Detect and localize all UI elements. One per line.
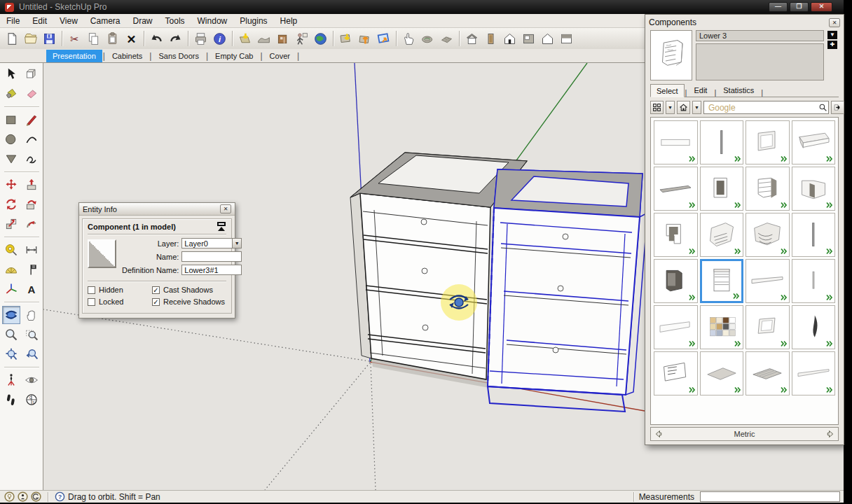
- component-description-box[interactable]: [696, 43, 824, 80]
- upload-model-button[interactable]: [355, 29, 374, 48]
- material-swatch[interactable]: [88, 239, 116, 268]
- get-current-view-button[interactable]: [336, 29, 355, 48]
- zoom-extents-tool[interactable]: [2, 345, 20, 363]
- photo-textures-button[interactable]: [273, 29, 292, 48]
- circle-tool[interactable]: [2, 130, 20, 148]
- polygon-tool[interactable]: [2, 150, 20, 168]
- share-model-button[interactable]: [374, 29, 393, 48]
- view-front-button[interactable]: [500, 29, 519, 48]
- scene-tab-empty-cab[interactable]: Empty Cab: [209, 50, 259, 62]
- model-info-button[interactable]: i: [210, 29, 229, 48]
- tape-measure-tool[interactable]: [2, 241, 20, 259]
- component-item-11[interactable]: [746, 213, 790, 257]
- component-item-7[interactable]: [746, 167, 790, 211]
- look-around-tool[interactable]: [22, 371, 41, 389]
- offset-tool[interactable]: [22, 215, 41, 233]
- 3d-text-tool[interactable]: A: [22, 280, 41, 298]
- menu-view[interactable]: View: [53, 15, 84, 27]
- cabinet-right-selected[interactable]: [488, 169, 647, 412]
- component-item-5[interactable]: [654, 167, 698, 211]
- definition-name-field[interactable]: Lower3#1: [181, 265, 242, 275]
- zoom-window-tool[interactable]: [22, 326, 41, 344]
- component-item-14-selected[interactable]: [700, 259, 744, 303]
- navigate-forward-button[interactable]: [831, 101, 844, 114]
- view-left-button[interactable]: [557, 29, 576, 48]
- checkbox-icon[interactable]: [88, 298, 95, 306]
- position-camera-tool[interactable]: [2, 371, 20, 389]
- menu-draw[interactable]: Draw: [127, 15, 159, 27]
- component-item-17[interactable]: [654, 305, 698, 349]
- view-options-button[interactable]: [650, 101, 664, 114]
- entity-info-close-icon[interactable]: ✕: [220, 204, 231, 214]
- rotate-tool[interactable]: [2, 195, 20, 214]
- scale-tool[interactable]: [2, 215, 20, 233]
- home-button[interactable]: [677, 101, 690, 114]
- dimension-tool[interactable]: [22, 241, 41, 259]
- pan-tool[interactable]: [22, 306, 41, 324]
- copy-button[interactable]: [84, 29, 103, 48]
- follow-me-tool[interactable]: [22, 195, 41, 214]
- toggle-terrain-button[interactable]: [254, 29, 273, 48]
- add-location-button[interactable]: [235, 29, 254, 48]
- component-item-1[interactable]: [654, 120, 698, 164]
- maximize-button[interactable]: ❐: [790, 2, 809, 12]
- chevron-down-icon[interactable]: ▼: [827, 31, 837, 39]
- menu-edit[interactable]: Edit: [26, 15, 53, 27]
- component-item-23[interactable]: [746, 351, 790, 396]
- component-name-input[interactable]: [696, 30, 824, 41]
- search-input[interactable]: [707, 102, 818, 113]
- name-field[interactable]: [181, 251, 242, 262]
- arc-tool[interactable]: [22, 130, 41, 148]
- component-item-24[interactable]: [792, 351, 836, 396]
- checkbox-receive-shadows[interactable]: ✓Receive Shadows: [152, 298, 226, 306]
- checkbox-locked[interactable]: Locked: [88, 298, 152, 306]
- move-tool[interactable]: [2, 176, 20, 194]
- view-back-button[interactable]: [538, 29, 557, 48]
- zoom-previous-tool[interactable]: [22, 345, 41, 363]
- view-right-button[interactable]: [481, 29, 500, 48]
- component-item-12[interactable]: [792, 213, 836, 257]
- measurements-input[interactable]: [700, 491, 840, 502]
- page-previous-icon[interactable]: [654, 430, 663, 438]
- line-tool[interactable]: [22, 111, 41, 129]
- protractor-tool[interactable]: [2, 260, 20, 279]
- component-item-13[interactable]: [654, 259, 698, 303]
- page-next-icon[interactable]: [826, 430, 834, 438]
- view-iso-button[interactable]: [462, 29, 481, 48]
- entity-info-title-bar[interactable]: Entity Info ✕: [79, 203, 235, 216]
- view-options-dropdown-icon[interactable]: ▼: [666, 101, 675, 114]
- checkbox-icon[interactable]: ✓: [152, 298, 160, 306]
- checkbox-hidden[interactable]: Hidden: [88, 286, 152, 294]
- checkbox-icon[interactable]: ✓: [152, 286, 160, 294]
- components-close-icon[interactable]: ✕: [829, 18, 840, 27]
- component-item-15[interactable]: [746, 259, 790, 303]
- scene-tab-cover[interactable]: Cover: [263, 50, 296, 62]
- component-item-9[interactable]: [654, 213, 698, 257]
- text-tool[interactable]: [22, 260, 41, 279]
- scene-tab-presentation[interactable]: Presentation: [46, 50, 102, 62]
- select-tool[interactable]: [2, 65, 20, 83]
- component-item-2[interactable]: [700, 120, 744, 164]
- cut-button[interactable]: ✂: [65, 29, 84, 48]
- menu-window[interactable]: Window: [191, 15, 234, 27]
- save-button[interactable]: [40, 29, 59, 48]
- make-component-tool[interactable]: [22, 65, 41, 83]
- close-button[interactable]: ✕: [811, 2, 832, 12]
- print-button[interactable]: [191, 29, 210, 48]
- component-item-21[interactable]: [654, 351, 698, 396]
- layer-dropdown[interactable]: Layer0 ▼: [181, 238, 242, 248]
- rectangle-tool[interactable]: [2, 111, 20, 129]
- eraser-tool[interactable]: [22, 85, 41, 103]
- orbit-tool[interactable]: [2, 306, 20, 324]
- google-earth-button[interactable]: [311, 29, 330, 48]
- component-details-button[interactable]: ▼ ✚: [827, 31, 839, 80]
- view-top-button[interactable]: [519, 29, 538, 48]
- menu-tools[interactable]: Tools: [159, 15, 191, 27]
- add-icon[interactable]: ✚: [827, 41, 837, 49]
- erase-button[interactable]: ✕: [122, 29, 141, 48]
- component-item-16[interactable]: [792, 259, 836, 303]
- get-models-button[interactable]: [292, 29, 311, 48]
- checkbox-cast-shadows[interactable]: ✓Cast Shadows: [152, 286, 226, 294]
- components-title-bar[interactable]: Components ✕: [645, 15, 844, 29]
- sandbox-from-contours-button[interactable]: [418, 29, 437, 48]
